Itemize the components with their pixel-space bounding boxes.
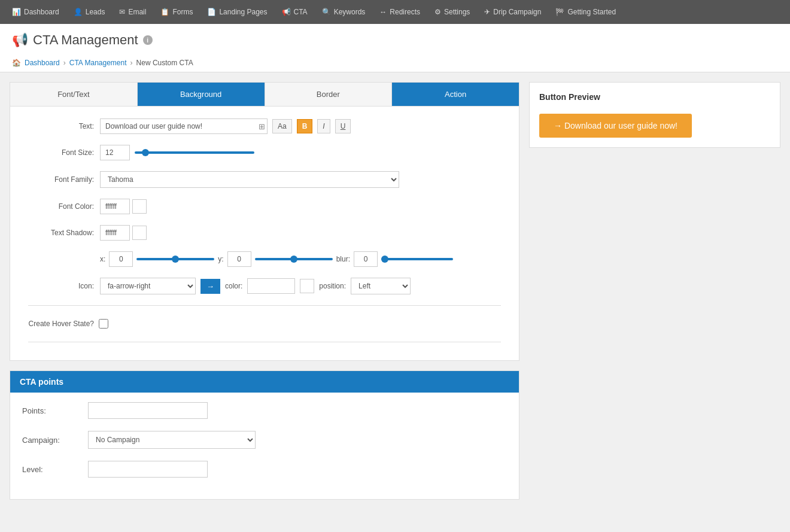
shadow-blur-slider[interactable] xyxy=(381,258,453,260)
icon-position-label: position: xyxy=(319,282,346,290)
nav-getting-started[interactable]: 🏁 Getting Started xyxy=(549,4,622,20)
nav-leads[interactable]: 👤 Leads xyxy=(68,4,111,20)
icon-preview-button[interactable]: → xyxy=(200,279,220,294)
font-family-label: Font Family: xyxy=(28,175,94,184)
page-header: 📢 CTA Management i 🏠 Dashboard › CTA Man… xyxy=(0,24,790,72)
font-size-row: Font Size: xyxy=(28,145,501,160)
nav-cta[interactable]: 📢 CTA xyxy=(276,4,314,20)
icon-select[interactable]: fa-arrow-right fa-check fa-download fa-s… xyxy=(100,278,196,294)
text-shadow-controls xyxy=(100,225,501,241)
tab-action[interactable]: Action xyxy=(392,83,519,106)
font-color-input[interactable] xyxy=(100,199,130,214)
text-shadow-label: Text Shadow: xyxy=(28,229,94,237)
format-underline-button[interactable]: U xyxy=(335,119,351,133)
font-size-input[interactable] xyxy=(100,145,130,160)
breadcrumb: 🏠 Dashboard › CTA Management › New Custo… xyxy=(12,54,778,72)
main-content: Font/Text Background Border Action Text:… xyxy=(0,72,790,532)
font-color-swatch[interactable] xyxy=(132,199,147,214)
icon-color-input[interactable] xyxy=(247,278,295,294)
shadow-y-slider[interactable] xyxy=(255,258,333,260)
shadow-blur-input[interactable] xyxy=(354,251,378,267)
format-italic-button[interactable]: I xyxy=(317,119,330,133)
nav-redirects[interactable]: ↔ Redirects xyxy=(373,4,426,20)
dashboard-icon: 📊 xyxy=(12,8,21,16)
nav-keywords[interactable]: 🔍 Keywords xyxy=(316,4,372,20)
text-input-wrapper: ⊞ xyxy=(100,118,268,134)
level-label: Level: xyxy=(22,465,82,474)
font-family-controls: Tahoma Arial Verdana Times New Roman Geo… xyxy=(100,171,501,188)
breadcrumb-cta-management[interactable]: CTA Management xyxy=(69,59,127,67)
xy-blur-row: x: y: blur: xyxy=(28,251,501,267)
hover-state-checkbox[interactable] xyxy=(99,319,108,329)
tab-content: Text: ⊞ Aa B I U Font Size: xyxy=(10,107,519,360)
left-panel: Font/Text Background Border Action Text:… xyxy=(10,82,519,523)
settings-icon: ⚙ xyxy=(434,8,441,16)
icon-row: Icon: fa-arrow-right fa-check fa-downloa… xyxy=(28,278,501,294)
campaign-label: Campaign: xyxy=(22,436,82,445)
hover-state-row: Create Hover State? xyxy=(28,312,501,336)
forms-icon: 📋 xyxy=(160,8,169,16)
shadow-x-slider[interactable] xyxy=(136,258,214,260)
expand-button[interactable]: ⊞ xyxy=(259,122,265,131)
cta-points-content: Points: Campaign: No Campaign Campaign 1… xyxy=(10,393,519,499)
font-color-group xyxy=(100,199,147,214)
nav-forms[interactable]: 📋 Forms xyxy=(154,4,199,20)
icon-position-select[interactable]: Left Right None xyxy=(351,278,411,294)
xy-controls: x: y: blur: xyxy=(100,251,501,267)
tab-background[interactable]: Background xyxy=(138,83,265,106)
nav-email[interactable]: ✉ Email xyxy=(113,4,152,20)
font-color-label: Font Color: xyxy=(28,202,94,211)
preview-button: → Download our user guide now! xyxy=(539,114,692,138)
text-shadow-swatch[interactable] xyxy=(132,226,147,240)
points-input[interactable] xyxy=(88,402,208,419)
preview-title: Button Preview xyxy=(539,92,770,102)
page-title-icon: 📢 xyxy=(12,32,28,48)
text-shadow-group xyxy=(100,225,147,241)
blur-label: blur: xyxy=(336,255,350,263)
text-shadow-input[interactable] xyxy=(100,225,130,241)
tab-font-text[interactable]: Font/Text xyxy=(10,83,138,106)
tab-bar: Font/Text Background Border Action xyxy=(10,83,519,107)
text-input[interactable] xyxy=(100,118,268,134)
points-row: Points: xyxy=(22,402,507,419)
campaign-select[interactable]: No Campaign Campaign 1 Campaign 2 xyxy=(88,431,256,449)
breadcrumb-dashboard[interactable]: Dashboard xyxy=(25,59,60,67)
font-family-select[interactable]: Tahoma Arial Verdana Times New Roman Geo… xyxy=(100,171,399,188)
cta-points-panel: CTA points Points: Campaign: No Campaign… xyxy=(10,370,519,500)
hover-state-label: Create Hover State? xyxy=(28,320,94,328)
y-label: y: xyxy=(218,255,223,263)
nav-drip-campaign[interactable]: ✈ Drip Campaign xyxy=(478,4,547,20)
cta-points-header: CTA points xyxy=(10,371,519,393)
x-label: x: xyxy=(100,255,105,263)
tab-panel: Font/Text Background Border Action Text:… xyxy=(10,82,519,361)
font-size-slider[interactable] xyxy=(135,151,254,154)
breadcrumb-home-icon: 🏠 xyxy=(12,59,21,67)
cta-icon: 📢 xyxy=(282,8,291,16)
text-label: Text: xyxy=(28,122,94,130)
shadow-x-input[interactable] xyxy=(109,251,133,267)
preview-panel: Button Preview → Download our user guide… xyxy=(529,82,780,148)
page-title: 📢 CTA Management i xyxy=(12,32,778,48)
breadcrumb-current: New Custom CTA xyxy=(136,59,193,67)
tab-border[interactable]: Border xyxy=(265,83,393,106)
campaign-row: Campaign: No Campaign Campaign 1 Campaig… xyxy=(22,431,507,449)
format-aa-button[interactable]: Aa xyxy=(272,119,292,133)
font-size-label: Font Size: xyxy=(28,148,94,157)
icon-color-swatch[interactable] xyxy=(300,279,314,293)
leads-icon: 👤 xyxy=(74,8,83,16)
nav-landing-pages[interactable]: 📄 Landing Pages xyxy=(201,4,273,20)
text-shadow-row: Text Shadow: xyxy=(28,225,501,241)
nav-settings[interactable]: ⚙ Settings xyxy=(429,4,476,20)
breadcrumb-sep-2: › xyxy=(130,59,133,67)
redirects-icon: ↔ xyxy=(379,8,387,16)
shadow-y-input[interactable] xyxy=(227,251,251,267)
format-bold-button[interactable]: B xyxy=(297,119,313,133)
nav-dashboard[interactable]: 📊 Dashboard xyxy=(6,4,65,20)
level-input[interactable] xyxy=(88,461,208,478)
font-color-controls xyxy=(100,199,501,214)
right-panel: Button Preview → Download our user guide… xyxy=(529,82,780,523)
keywords-icon: 🔍 xyxy=(322,8,331,16)
font-family-row: Font Family: Tahoma Arial Verdana Times … xyxy=(28,171,501,188)
icon-controls: fa-arrow-right fa-check fa-download fa-s… xyxy=(100,278,501,294)
info-icon[interactable]: i xyxy=(143,35,153,45)
